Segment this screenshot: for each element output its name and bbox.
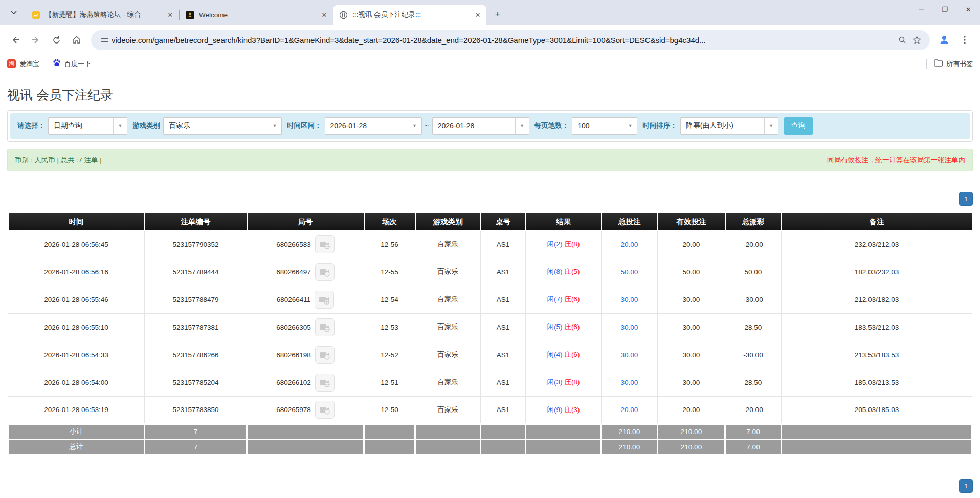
summary-count: 7 (145, 424, 247, 439)
tab-forum[interactable]: 【新提醒】海燕策略论坛 - 综合 ✕ (26, 5, 179, 25)
summary-empty (526, 424, 602, 439)
baidu-paw-icon (53, 59, 61, 69)
video-replay-button[interactable] (315, 235, 335, 253)
date-start-dropdown[interactable]: 2026-01-28 ▼ (325, 117, 422, 135)
date-end-dropdown[interactable]: 2026-01-28 ▼ (432, 117, 529, 135)
cell-bet-id: 523157785204 (145, 369, 247, 396)
close-button[interactable]: ✕ (956, 0, 980, 18)
sort-value: 降幂(由大到小) (681, 118, 764, 134)
summary-payout: 7.00 (725, 439, 782, 454)
bet-record-row: 2026-01-28 06:56:45523157790352680266583… (8, 230, 972, 258)
bet-record-row: 2026-01-28 06:53:19523157783850680265978… (8, 396, 972, 424)
tab-search-button[interactable] (5, 4, 23, 21)
cell-table-number: AS1 (481, 369, 526, 396)
query-button[interactable]: 查询 (784, 117, 813, 135)
column-header: 局号 (247, 213, 364, 230)
search-icon[interactable] (895, 33, 909, 47)
maximize-button[interactable]: ❐ (933, 0, 956, 18)
result-banker: 庄(6) (564, 351, 580, 358)
per-page-dropdown[interactable]: 100 ▼ (572, 117, 637, 135)
new-tab-button[interactable]: + (491, 7, 505, 21)
cell-bet-id: 523157788479 (145, 286, 247, 313)
total-bet-link[interactable]: 30.00 (621, 351, 638, 359)
url-text[interactable]: videoie.com/game/betrecord_search/kind3?… (112, 36, 895, 45)
back-button[interactable] (7, 31, 24, 49)
page-1-button[interactable]: 1 (959, 479, 973, 493)
tab-close-icon[interactable]: ✕ (320, 10, 329, 19)
select-mode-value: 日期查询 (49, 118, 113, 134)
cell-note: 232.03/212.03 (782, 230, 972, 258)
browser-toolbar: videoie.com/game/betrecord_search/kind3?… (0, 25, 980, 55)
video-replay-button[interactable] (315, 291, 334, 309)
game-kind-value: 百家乐 (164, 118, 268, 134)
column-header: 时间 (8, 213, 145, 230)
cell-table-number: AS1 (481, 230, 526, 258)
minimize-button[interactable]: ─ (909, 0, 933, 18)
forward-button[interactable] (27, 31, 44, 49)
column-header: 注单编号 (145, 213, 247, 230)
select-mode-dropdown[interactable]: 日期查询 ▼ (48, 117, 127, 135)
forward-arrow-icon (31, 35, 40, 45)
cell-note: 185.03/213.53 (782, 369, 972, 396)
site-settings-icon[interactable] (97, 33, 112, 47)
home-button[interactable] (68, 31, 85, 49)
cell-session: 12-54 (364, 286, 415, 313)
round-number: 680265978 (276, 406, 311, 414)
cell-note: 212.03/182.03 (782, 286, 972, 313)
cell-result: 闲(2) 庄(8) (526, 230, 602, 258)
total-bet-link[interactable]: 30.00 (621, 296, 638, 304)
tab-title: Welcome (199, 11, 320, 19)
cell-payout: 28.50 (725, 313, 782, 341)
cell-game-kind: 百家乐 (415, 396, 481, 424)
sort-dropdown[interactable]: 降幂(由大到小) ▼ (680, 117, 778, 135)
game-kind-label: 游戏类别 (132, 121, 160, 131)
result-banker: 庄(5) (564, 268, 580, 275)
profile-avatar[interactable] (936, 31, 953, 49)
result-player: 闲(3) (547, 378, 563, 386)
video-replay-button[interactable] (315, 318, 335, 336)
round-number: 680266583 (276, 241, 311, 248)
cell-bet-id: 523157786266 (145, 341, 247, 369)
home-icon (72, 35, 81, 45)
video-replay-button[interactable] (315, 346, 335, 364)
cell-total-bet: 50.00 (602, 258, 658, 286)
video-replay-button[interactable] (315, 263, 335, 281)
tab-bet-record[interactable]: :::视讯 会员下注纪录::: ✕ (333, 5, 486, 25)
tab-close-icon[interactable]: ✕ (166, 10, 175, 19)
tab-welcome[interactable]: Welcome ✕ (180, 5, 333, 25)
total-bet-link[interactable]: 30.00 (621, 379, 638, 386)
total-bet-link[interactable]: 30.00 (621, 323, 638, 331)
video-replay-button[interactable] (315, 401, 335, 419)
video-replay-button[interactable] (315, 374, 335, 392)
page-content: 视讯 会员下注纪录 请选择： 日期查询 ▼ 游戏类别 百家乐 ▼ 时间区间： 2… (0, 86, 980, 493)
all-bookmarks[interactable]: 所有书签 (926, 59, 973, 69)
cell-result: 闲(8) 庄(5) (526, 258, 602, 286)
total-bet-link[interactable]: 50.00 (621, 268, 638, 276)
cell-result: 闲(9) 庄(3) (526, 396, 602, 424)
bookmarks-divider (926, 59, 927, 69)
column-header: 结果 (526, 213, 602, 230)
total-bet-link[interactable]: 20.00 (621, 406, 638, 414)
summary-empty (481, 439, 526, 454)
cell-time: 2026-01-28 06:56:45 (8, 230, 145, 258)
total-bet-link[interactable]: 20.00 (621, 241, 638, 248)
pagination-bottom: 1 (7, 479, 973, 493)
tab-close-icon[interactable]: ✕ (473, 10, 482, 19)
game-kind-dropdown[interactable]: 百家乐 ▼ (163, 117, 282, 135)
bookmark-baidu[interactable]: 百度一下 (53, 59, 91, 69)
round-number: 680266198 (276, 351, 311, 359)
cell-game-kind: 百家乐 (415, 341, 481, 369)
filter-bar: 请选择： 日期查询 ▼ 游戏类别 百家乐 ▼ 时间区间： 2026-01-28 … (10, 113, 970, 139)
all-bookmarks-label: 所有书签 (946, 59, 973, 69)
cell-total-bet: 20.00 (602, 230, 658, 258)
bookmark-star-icon[interactable] (909, 33, 924, 47)
column-header: 游戏类别 (415, 213, 481, 230)
tab-title: :::视讯 会员下注纪录::: (352, 10, 473, 19)
bookmark-taobao[interactable]: 淘 爱淘宝 (7, 59, 39, 69)
cell-total-bet: 20.00 (602, 396, 658, 424)
page-1-button[interactable]: 1 (959, 192, 973, 206)
address-bar[interactable]: videoie.com/game/betrecord_search/kind3?… (91, 30, 930, 50)
browser-menu-button[interactable] (956, 31, 973, 49)
cell-bet-id: 523157783850 (145, 396, 247, 424)
reload-button[interactable] (48, 31, 65, 49)
